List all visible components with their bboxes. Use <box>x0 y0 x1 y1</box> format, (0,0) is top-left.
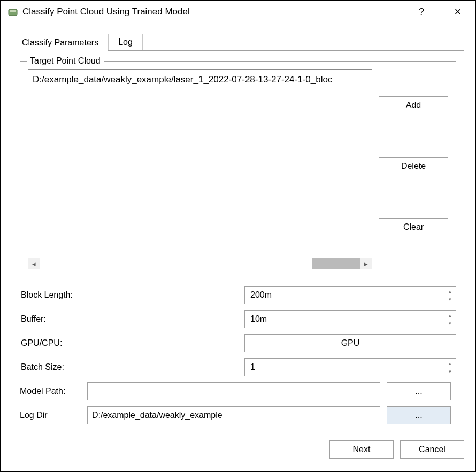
titlebar: Classify Point Cloud Using Trained Model… <box>1 1 475 22</box>
panel-classify-parameters: Target Point Cloud D:/example_data/weakl… <box>12 50 464 432</box>
buffer-input[interactable]: 10m ▴▾ <box>244 310 456 328</box>
log-dir-label: Log Dir <box>20 411 81 420</box>
close-button[interactable]: × <box>447 5 469 19</box>
gpu-cpu-select[interactable]: GPU <box>244 334 456 352</box>
block-length-label: Block Length: <box>20 290 244 300</box>
fieldset-legend: Target Point Cloud <box>27 56 104 66</box>
scroll-track[interactable] <box>40 258 360 269</box>
target-file-list[interactable]: D:/example_data/weakly_example/laser_1_2… <box>28 69 372 251</box>
buffer-label: Buffer: <box>20 314 244 324</box>
gpu-cpu-label: GPU/CPU: <box>20 338 244 348</box>
add-button[interactable]: Add <box>379 96 448 114</box>
svg-rect-0 <box>9 9 17 16</box>
delete-button[interactable]: Delete <box>379 157 448 175</box>
batch-size-input[interactable]: 1 ▴▾ <box>244 358 456 376</box>
batch-size-label: Batch Size: <box>20 362 244 372</box>
log-dir-browse-button[interactable]: ... <box>387 406 451 424</box>
buffer-value: 10m <box>250 314 267 324</box>
gpu-cpu-value: GPU <box>341 338 360 348</box>
spin-up-icon[interactable]: ▴ <box>445 311 455 319</box>
fieldset-target-point-cloud: Target Point Cloud D:/example_data/weakl… <box>20 61 456 277</box>
spin-up-icon[interactable]: ▴ <box>445 359 455 367</box>
batch-size-value: 1 <box>250 362 255 372</box>
spin-down-icon[interactable]: ▾ <box>445 319 455 327</box>
window-title: Classify Point Cloud Using Trained Model <box>22 6 406 17</box>
help-button[interactable]: ? <box>411 6 432 18</box>
tab-classify-parameters[interactable]: Classify Parameters <box>12 34 109 51</box>
svg-rect-1 <box>10 10 16 12</box>
scroll-left-arrow[interactable]: ◂ <box>28 258 40 269</box>
scroll-right-arrow[interactable]: ▸ <box>360 258 372 269</box>
scroll-thumb[interactable] <box>312 258 360 269</box>
horizontal-scrollbar[interactable]: ◂ ▸ <box>28 258 372 269</box>
tab-log[interactable]: Log <box>108 34 143 50</box>
spin-down-icon[interactable]: ▾ <box>445 295 455 303</box>
block-length-value: 200m <box>250 290 272 300</box>
spin-up-icon[interactable]: ▴ <box>445 287 455 295</box>
app-icon <box>7 6 18 17</box>
log-dir-input[interactable] <box>87 406 380 424</box>
cancel-button[interactable]: Cancel <box>400 440 464 459</box>
clear-button[interactable]: Clear <box>379 218 448 236</box>
model-path-input[interactable] <box>87 382 380 400</box>
tab-bar: Classify Parameters Log <box>12 33 475 50</box>
spin-down-icon[interactable]: ▾ <box>445 367 455 375</box>
model-path-browse-button[interactable]: ... <box>387 382 451 400</box>
block-length-input[interactable]: 200m ▴▾ <box>244 286 456 304</box>
list-item[interactable]: D:/example_data/weakly_example/laser_1_2… <box>33 74 367 85</box>
next-button[interactable]: Next <box>329 440 394 459</box>
model-path-label: Model Path: <box>20 386 81 396</box>
